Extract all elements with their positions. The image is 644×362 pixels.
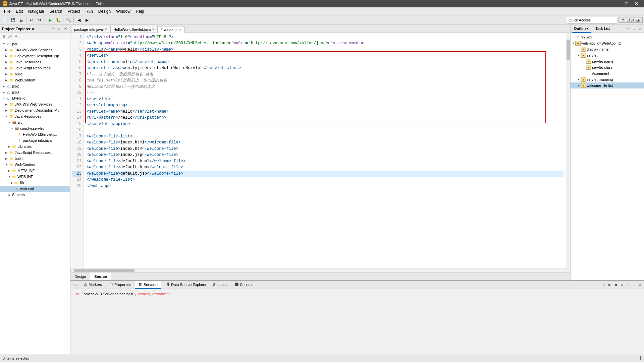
tree-item-webinf[interactable]: ▼ 📁 WEB-INF <box>0 174 70 180</box>
close-panel-btn[interactable]: ✕ <box>63 26 68 32</box>
code-line-20[interactable]: <welcome-file> index.jsp </welcome-file> <box>87 152 564 159</box>
code-line-11[interactable]: </servlet> <box>87 96 564 103</box>
tree-item-jax-ws-mh[interactable]: ▶ 📁 JAX-WS Web Services <box>0 101 70 107</box>
tab-close-btn[interactable]: ✕ <box>104 27 107 31</box>
outline-item-xml-pi[interactable]: ? ?? xml <box>571 34 644 40</box>
source-tab-btn[interactable]: Source <box>90 273 111 280</box>
tree-item-servers[interactable]: 🖥 Servers <box>0 192 70 198</box>
tree-item-libs[interactable]: ▶ 📁 Libraries <box>0 143 70 149</box>
bottom-minimize-panel-btn[interactable]: ─ <box>625 282 631 288</box>
bottom-panel-icons[interactable]: ─ □ <box>72 281 77 289</box>
outline-item-welcome-file-list[interactable]: ▼ e welcome-file-list <box>571 82 644 88</box>
design-tab-btn[interactable]: Design <box>70 273 90 280</box>
tree-item-jr-mh[interactable]: ▼ 📁 Java Resources <box>0 113 70 119</box>
tab-snippets[interactable]: Snippets <box>210 281 230 289</box>
outline-item-webapp[interactable]: ▼ e web-app id=WebApp_ID <box>571 40 644 46</box>
editor-vertical-scrollbar[interactable] <box>566 33 570 268</box>
tb-new-btn[interactable]: 📄 <box>1 16 9 24</box>
tab-datasource[interactable]: 🗄 Data Source Explorer <box>163 281 209 289</box>
hscroll-thumb[interactable] <box>74 269 135 272</box>
tb-run-btn[interactable]: ▶ <box>46 16 54 24</box>
tree-item-wc1[interactable]: ▶ 📁 WebContent <box>0 77 70 83</box>
code-line-5[interactable]: <servlet-name> hello </servlet-name> <box>87 59 564 65</box>
code-line-8[interactable]: com.fyj.servlet是我们上一步创建的包名 <box>87 78 564 84</box>
maximize-button[interactable]: □ <box>622 0 631 7</box>
code-line-22[interactable]: <welcome-file> default.htm </welcome-fil… <box>87 165 564 171</box>
code-line-2[interactable]: <web-app xmlns:xsi = "http://www.w3.org/… <box>87 41 564 47</box>
tree-item-myhello[interactable]: ▼ 🗂 MyHello <box>0 95 70 101</box>
tab-console[interactable]: ⬛ Console <box>231 281 256 289</box>
java-ee-button[interactable]: ☕ Java EE <box>619 17 643 23</box>
outline-item-servlet-mapping[interactable]: ▼ e servlet-mapping <box>571 76 644 82</box>
tab-properties[interactable]: 📋 Properties <box>106 281 134 289</box>
tb-redo-btn[interactable]: ↪ <box>36 16 43 24</box>
link-editor-btn[interactable]: 🔗 <box>7 34 13 39</box>
code-line-23[interactable]: <welcome-file> default.jsp </welcome-fil… <box>87 171 564 177</box>
scrollbar-thumb[interactable] <box>567 40 570 60</box>
outline-item-servlet-class[interactable]: e servlet-class <box>571 64 644 70</box>
bottom-close-panel-btn[interactable]: ✕ <box>637 282 643 288</box>
bottom-ctrl-3[interactable]: ⏹ <box>613 282 619 288</box>
tab-helloworld[interactable]: HelloWorldServlet.java ✕ <box>110 26 158 33</box>
server-item-tomcat[interactable]: 🖥 Tomcat v7.0 Server at localhost [Stopp… <box>72 290 643 298</box>
code-line-10[interactable]: --> <box>87 90 564 97</box>
bottom-maximize-panel-btn[interactable]: □ <box>631 282 637 288</box>
code-line-25[interactable]: </web-app> <box>87 183 564 189</box>
tree-item-pkginfo[interactable]: J package-info.java <box>0 137 70 143</box>
tree-item-jsp2[interactable]: ▶ 🗂 jsp2 <box>0 83 70 89</box>
code-line-16[interactable] <box>87 127 564 134</box>
code-line-17[interactable]: <welcome-file-list> <box>87 133 564 140</box>
tree-item-src[interactable]: ▼ 📦 src <box>0 119 70 125</box>
tree-item-jsp3[interactable]: ▶ 🗂 jsp3 <box>0 89 70 95</box>
code-line-15[interactable]: </servlet-mapping> <box>87 121 564 127</box>
code-line-13[interactable]: <servlet-name> hello </servlet-name> <box>87 109 564 115</box>
close-button[interactable]: ✕ <box>632 0 641 7</box>
tree-item-jax-ws-1[interactable]: ▶ 📁 JAX-WS Web Services <box>0 47 70 53</box>
bottom-panel-controls[interactable]: ⊟ ▶ ⏹ ≡ ─ □ ✕ <box>601 282 643 288</box>
outline-maximize-btn[interactable]: □ <box>631 26 637 32</box>
menu-navigate[interactable]: Navigate <box>25 7 47 15</box>
title-bar-controls[interactable]: ─ □ ✕ <box>612 0 641 7</box>
maximize-panel-btn[interactable]: □ <box>57 26 62 32</box>
outline-panel-controls[interactable]: ─ □ ✕ <box>625 26 643 32</box>
minimize-panel-btn[interactable]: ─ <box>51 26 56 32</box>
minimize-button[interactable]: ─ <box>612 0 621 7</box>
outline-item-servlet-name[interactable]: e servlet-name <box>571 58 644 64</box>
bottom-minimize-btn[interactable]: ─ <box>72 283 74 287</box>
code-line-19[interactable]: <welcome-file> index.htm </welcome-file> <box>87 146 564 152</box>
tree-item-webcontent-mh[interactable]: ▼ 📁 WebContent <box>0 162 70 168</box>
bottom-ctrl-1[interactable]: ⊟ <box>601 282 606 288</box>
tab-close-btn[interactable]: ✕ <box>152 27 155 31</box>
tree-item-jr1[interactable]: ▶ 📁 Java Resources <box>0 59 70 65</box>
code-line-3[interactable]: <display-name> MyHello </display-name> <box>87 47 564 53</box>
tb-print-btn[interactable]: 🖨 <box>17 16 25 24</box>
menu-window[interactable]: Window <box>113 7 133 15</box>
code-line-9[interactable]: HelloWorld是我们上一步创建的类名 <box>87 84 564 90</box>
bottom-ctrl-2[interactable]: ▶ <box>607 282 612 288</box>
panel-controls[interactable]: ─ □ ✕ <box>51 26 68 32</box>
menu-file[interactable]: File <box>1 7 13 15</box>
code-line-12[interactable]: <servlet-mapping> <box>87 103 564 109</box>
code-line-24[interactable]: </welcome-file-list> <box>87 177 564 183</box>
code-line-7[interactable]: <!-- 这个地方一定必须是包名.类名 <box>87 71 564 78</box>
tab-markers[interactable]: ⚠ Markers <box>80 281 105 289</box>
tree-item-hwservlet[interactable]: J HelloWorldServlet.j... <box>0 131 70 137</box>
tree-item-jsr1[interactable]: ▶ 📁 JavaScript Resources <box>0 65 70 71</box>
menu-search[interactable]: Search <box>47 7 65 15</box>
tree-item-lib[interactable]: ▶ 📁 lib <box>0 180 70 186</box>
code-line-1[interactable]: <?xml version =" 1.0 " encoding =" UTF-8… <box>87 34 564 41</box>
tb-fwd-btn[interactable]: ▶ <box>83 16 91 24</box>
tree-item-dd-mh[interactable]: ▶ 📁 Deployment Descriptor: My <box>0 107 70 113</box>
tab-webxml[interactable]: * web.xml ✕ <box>158 26 184 33</box>
tab-outline[interactable]: Outline × <box>572 25 591 33</box>
quick-access-input[interactable]: Quick Access <box>567 17 617 23</box>
tb-search-btn[interactable]: 🔍 <box>65 16 72 24</box>
tab-task-list[interactable]: Task List <box>593 25 612 33</box>
outline-minimize-btn[interactable]: ─ <box>625 26 631 32</box>
outline-item-comment[interactable]: - #comment <box>571 70 644 76</box>
tb-undo-btn[interactable]: ↩ <box>28 16 35 24</box>
tab-close-btn[interactable]: ✕ <box>179 28 181 32</box>
tree-item-pkg[interactable]: ▼ 📦 com.fyj.servlet <box>0 125 70 131</box>
view-menu-btn[interactable]: ▼ <box>13 34 19 39</box>
tab-servers[interactable]: 🖥 Servers × <box>135 281 161 289</box>
